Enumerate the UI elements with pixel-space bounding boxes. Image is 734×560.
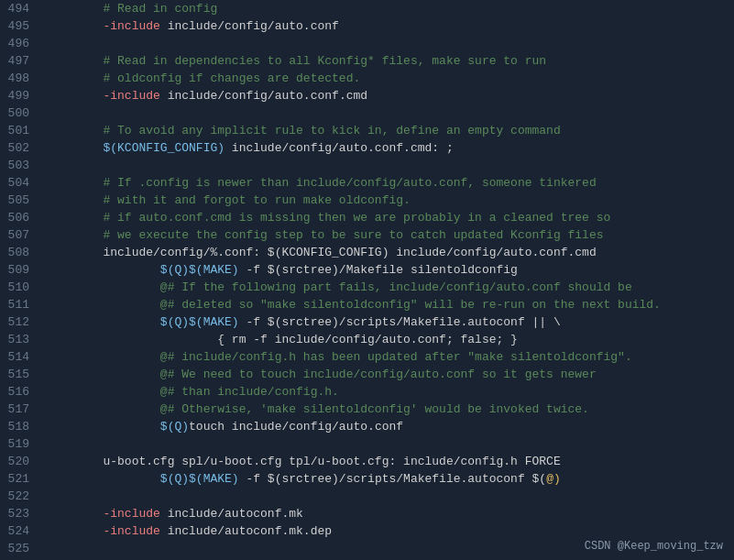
line-number: 525 — [0, 540, 38, 557]
line-number: 520 — [0, 453, 38, 470]
line-number: 511 — [0, 296, 38, 313]
line-content: # Read in dependencies to all Kconfig* f… — [38, 52, 734, 70]
line-content: { rm -f include/config/auto.conf; false;… — [38, 331, 734, 348]
line-number: 518 — [0, 418, 38, 435]
line-number: 512 — [0, 313, 38, 331]
table-row: 523 -include include/autoconf.mk — [0, 505, 734, 522]
line-number: 507 — [0, 226, 38, 244]
table-row: 519 — [0, 435, 734, 453]
line-number: 506 — [0, 209, 38, 226]
line-content: # oldconfig if changes are detected. — [38, 70, 734, 87]
line-number: 519 — [0, 435, 38, 453]
line-content: @# include/config.h has been updated aft… — [38, 348, 734, 366]
line-content: $(Q)$(MAKE) -f $(srctree)/Makefile silen… — [38, 261, 734, 279]
table-row: 524 -include include/autoconf.mk.dep — [0, 522, 734, 540]
line-number: 508 — [0, 244, 38, 261]
line-content: # we execute the config step to be sure … — [38, 226, 734, 244]
line-number: 524 — [0, 522, 38, 540]
line-number: 496 — [0, 35, 38, 52]
line-number: 516 — [0, 383, 38, 401]
table-row: 502 $(KCONFIG_CONFIG) include/config/aut… — [0, 139, 734, 157]
table-row: 504 # If .config is newer than include/c… — [0, 174, 734, 192]
line-number: 517 — [0, 401, 38, 418]
line-number: 502 — [0, 139, 38, 157]
line-number: 505 — [0, 192, 38, 209]
table-row: 511 @# deleted so "make silentoldconfig"… — [0, 296, 734, 313]
table-row: 522 — [0, 488, 734, 505]
line-content: include/config/%.conf: $(KCONFIG_CONFIG)… — [38, 244, 734, 261]
line-content: @# deleted so "make silentoldconfig" wil… — [38, 296, 734, 313]
line-content — [38, 435, 734, 453]
table-row: 512 $(Q)$(MAKE) -f $(srctree)/scripts/Ma… — [0, 313, 734, 331]
line-content: -include include/autoconf.mk.dep — [38, 522, 734, 540]
line-content: @# Otherwise, 'make silentoldconfig' wou… — [38, 401, 734, 418]
line-number: 494 — [0, 0, 38, 17]
line-content: @# We need to touch include/config/auto.… — [38, 366, 734, 383]
line-content: # If .config is newer than include/confi… — [38, 174, 734, 192]
line-number: 503 — [0, 157, 38, 174]
table-row: 510 @# If the following part fails, incl… — [0, 279, 734, 296]
table-row: 496 — [0, 35, 734, 52]
line-number: 513 — [0, 331, 38, 348]
line-content: @# If the following part fails, include/… — [38, 279, 734, 296]
table-row: 505 # with it and forgot to run make old… — [0, 192, 734, 209]
line-content — [38, 35, 734, 52]
table-row: 497 # Read in dependencies to all Kconfi… — [0, 52, 734, 70]
line-content — [38, 488, 734, 505]
line-number: 521 — [0, 470, 38, 488]
table-row: 506 # if auto.conf.cmd is missing then w… — [0, 209, 734, 226]
watermark: CSDN @Keep_moving_tzw — [585, 540, 723, 553]
line-content: # if auto.conf.cmd is missing then we ar… — [38, 209, 734, 226]
line-content: # To avoid any implicit rule to kick in,… — [38, 122, 734, 139]
line-number: 497 — [0, 52, 38, 70]
table-row: 517 @# Otherwise, 'make silentoldconfig'… — [0, 401, 734, 418]
line-number: 498 — [0, 70, 38, 87]
line-content — [38, 157, 734, 174]
table-row: 518 $(Q)touch include/config/auto.conf — [0, 418, 734, 435]
line-number: 515 — [0, 366, 38, 383]
line-number: 499 — [0, 87, 38, 104]
line-content: # with it and forgot to run make oldconf… — [38, 192, 734, 209]
table-row: 520 u-boot.cfg spl/u-boot.cfg tpl/u-boot… — [0, 453, 734, 470]
table-row: 494 # Read in config — [0, 0, 734, 17]
table-row: 498 # oldconfig if changes are detected. — [0, 70, 734, 87]
line-content: -include include/config/auto.conf — [38, 17, 734, 35]
line-number: 495 — [0, 17, 38, 35]
table-row: 516 @# than include/config.h. — [0, 383, 734, 401]
line-content: @# than include/config.h. — [38, 383, 734, 401]
line-content: # Read in config — [38, 0, 734, 17]
line-content: -include include/autoconf.mk — [38, 505, 734, 522]
table-row: 501 # To avoid any implicit rule to kick… — [0, 122, 734, 139]
table-row: 514 @# include/config.h has been updated… — [0, 348, 734, 366]
line-content: $(Q)$(MAKE) -f $(srctree)/scripts/Makefi… — [38, 313, 734, 331]
line-content: u-boot.cfg spl/u-boot.cfg tpl/u-boot.cfg… — [38, 453, 734, 470]
line-number: 510 — [0, 279, 38, 296]
line-number: 509 — [0, 261, 38, 279]
table-row: 499 -include include/config/auto.conf.cm… — [0, 87, 734, 104]
table-row: 503 — [0, 157, 734, 174]
table-row: 509 $(Q)$(MAKE) -f $(srctree)/Makefile s… — [0, 261, 734, 279]
line-content: -include include/config/auto.conf.cmd — [38, 87, 734, 104]
line-content: $(KCONFIG_CONFIG) include/config/auto.co… — [38, 139, 734, 157]
line-number: 522 — [0, 488, 38, 505]
table-row: 513 { rm -f include/config/auto.conf; fa… — [0, 331, 734, 348]
table-row: 500 — [0, 104, 734, 122]
table-row: 508 include/config/%.conf: $(KCONFIG_CON… — [0, 244, 734, 261]
line-number: 504 — [0, 174, 38, 192]
line-content: $(Q)$(MAKE) -f $(srctree)/scripts/Makefi… — [38, 470, 734, 488]
line-number: 500 — [0, 104, 38, 122]
table-row: 507 # we execute the config step to be s… — [0, 226, 734, 244]
table-row: 521 $(Q)$(MAKE) -f $(srctree)/scripts/Ma… — [0, 470, 734, 488]
line-content: $(Q)touch include/config/auto.conf — [38, 418, 734, 435]
code-editor: 494 # Read in config495 -include include… — [0, 0, 734, 560]
table-row: 515 @# We need to touch include/config/a… — [0, 366, 734, 383]
line-number: 501 — [0, 122, 38, 139]
line-number: 514 — [0, 348, 38, 366]
line-content — [38, 104, 734, 122]
line-number: 523 — [0, 505, 38, 522]
table-row: 495 -include include/config/auto.conf — [0, 17, 734, 35]
